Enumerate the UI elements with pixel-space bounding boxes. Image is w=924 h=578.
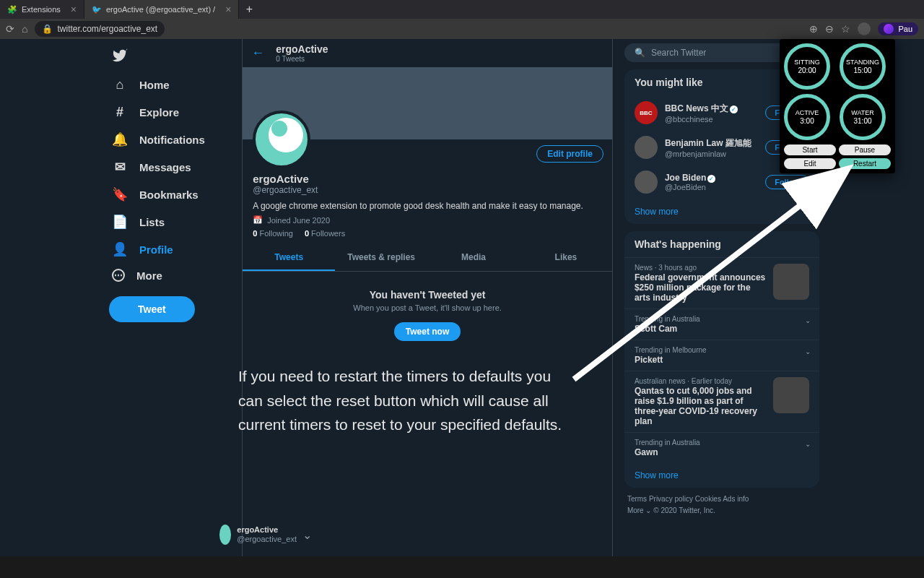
edit-button[interactable]: Edit: [784, 158, 836, 169]
more-icon: ⋯: [112, 269, 125, 282]
trend-row[interactable]: ⌄Trending in AustraliaGawn: [624, 432, 819, 463]
chevron-down-icon[interactable]: ⌄: [805, 440, 811, 448]
account-name: ergoActive: [237, 525, 297, 535]
address-bar[interactable]: 🔒 twitter.com/ergoactive_ext: [35, 21, 165, 37]
restart-button[interactable]: Restart: [839, 158, 891, 169]
sidebar-item-lists[interactable]: 📄Lists: [105, 208, 242, 236]
browser-tabstrip: 🧩 Extensions × 🐦 ergoActive (@ergoactive…: [0, 0, 924, 19]
tab-tweets-replies[interactable]: Tweets & replies: [335, 245, 427, 271]
sidebar-item-notifications[interactable]: 🔔Notifications: [105, 126, 242, 153]
timer-ring-sitting: SITTING20:00: [784, 43, 830, 90]
trend-title: Scott Cam: [635, 324, 809, 334]
tab-label: ergoActive (@ergoactive_ext) /: [106, 5, 215, 14]
browser-tab-twitter[interactable]: 🐦 ergoActive (@ergoactive_ext) / ×: [84, 0, 239, 19]
ring-label: SITTING: [794, 59, 820, 66]
sidebar-item-profile[interactable]: 👤Profile: [105, 236, 242, 263]
user-handle: @JoeBiden: [665, 183, 758, 191]
start-button[interactable]: Start: [784, 144, 836, 155]
trend-thumbnail: [773, 264, 809, 300]
tweet-now-button[interactable]: Tweet now: [394, 322, 461, 341]
ring-label: WATER: [851, 109, 874, 116]
trend-category: Trending in Australia: [635, 439, 809, 447]
trend-title: Gawn: [635, 447, 809, 457]
edit-profile-button[interactable]: Edit profile: [536, 145, 603, 163]
twitter-icon: 🐦: [92, 5, 102, 14]
avatar-icon: [635, 171, 658, 194]
trend-row[interactable]: ⌄Trending in AustraliaScott Cam: [624, 309, 819, 340]
close-icon[interactable]: ×: [71, 4, 77, 15]
nav-label: Home: [139, 79, 170, 91]
timer-ring-active: ACTIVE3:00: [784, 94, 830, 140]
following-link[interactable]: 0 Following: [253, 229, 293, 238]
back-arrow-icon[interactable]: ←: [251, 46, 264, 61]
followers-link[interactable]: 0 Followers: [305, 229, 345, 238]
avatar-icon: [219, 525, 231, 545]
tab-tweets[interactable]: Tweets: [243, 245, 335, 271]
tweet-button[interactable]: Tweet: [109, 296, 195, 322]
extension-badge[interactable]: [858, 22, 871, 35]
trend-category: Trending in Australia: [635, 315, 809, 323]
extension-popup: SITTING20:00 STANDING15:00 ACTIVE3:00 WA…: [780, 39, 895, 173]
new-tab-button[interactable]: +: [239, 0, 259, 19]
footer-line[interactable]: More ⌄ © 2020 Twitter, Inc.: [627, 505, 816, 517]
nav-label: More: [136, 269, 162, 282]
follow-button[interactable]: Follow: [765, 175, 809, 189]
panel-title: What's happening: [624, 231, 819, 257]
chevron-down-icon[interactable]: ⌄: [805, 316, 811, 324]
install-icon[interactable]: ⊕: [809, 23, 818, 35]
search-placeholder: Search Twitter: [651, 48, 706, 58]
account-handle: @ergoactive_ext: [237, 535, 297, 544]
ring-value: 3:00: [800, 117, 814, 125]
nav-label: Explore: [139, 106, 179, 118]
user-name: BBC News 中文✓: [665, 103, 758, 115]
main-column: ← ergoActive 0 Tweets Edit profile ergoA…: [242, 39, 613, 556]
trend-category: Trending in Melbourne: [635, 346, 809, 354]
browser-tab-extensions[interactable]: 🧩 Extensions ×: [0, 0, 84, 19]
sidebar-item-bookmarks[interactable]: 🔖Bookmarks: [105, 181, 242, 208]
envelope-icon: ✉: [112, 159, 128, 175]
ring-value: 31:00: [853, 117, 871, 125]
user-handle: @mrbenjaminlaw: [665, 150, 758, 158]
profile-bio: A google chrome extension to promote goo…: [253, 201, 602, 211]
reload-icon[interactable]: ⟳: [6, 23, 14, 35]
empty-subtitle: When you post a Tweet, it'll show up her…: [260, 303, 595, 312]
footer-links: Terms Privacy policy Cookies Ads info Mo…: [624, 488, 819, 522]
tab-media[interactable]: Media: [427, 245, 520, 271]
joined-date: Joined June 2020: [267, 216, 330, 225]
close-icon[interactable]: ×: [225, 4, 231, 15]
timer-ring-water: WATER31:00: [840, 94, 886, 140]
profile-header: ← ergoActive 0 Tweets: [243, 39, 612, 67]
trend-row[interactable]: Australian news · Earlier todayQantas to…: [624, 371, 819, 432]
sidebar-item-explore[interactable]: #Explore: [105, 98, 242, 126]
show-more-link[interactable]: Show more: [624, 199, 819, 224]
zoom-icon[interactable]: ⊖: [825, 23, 834, 35]
trend-row[interactable]: News · 3 hours agoFederal government ann…: [624, 257, 819, 309]
nav-label: Lists: [139, 216, 165, 228]
account-switcher[interactable]: ergoActive@ergoactive_ext ⌄: [215, 520, 316, 549]
twitter-logo-icon[interactable]: [105, 43, 242, 71]
pause-button[interactable]: Pause: [839, 144, 891, 155]
trend-row[interactable]: ⌄Trending in MelbournePickett: [624, 340, 819, 371]
calendar-icon: 📅: [253, 215, 263, 225]
profile-tabs: Tweets Tweets & replies Media Likes: [243, 245, 612, 272]
timer-ring-standing: STANDING15:00: [840, 43, 886, 90]
profile-avatar[interactable]: [253, 111, 310, 168]
star-icon[interactable]: ☆: [841, 23, 850, 35]
avatar-icon: BBC: [635, 101, 658, 124]
nav-label: Notifications: [139, 134, 205, 146]
search-icon: 🔍: [635, 48, 645, 58]
tab-likes[interactable]: Likes: [520, 245, 612, 271]
bell-icon: 🔔: [112, 131, 128, 147]
show-more-link[interactable]: Show more: [624, 463, 819, 488]
cover-photo[interactable]: [243, 67, 612, 139]
browser-profile[interactable]: Pau: [878, 22, 918, 35]
person-icon: 👤: [112, 241, 128, 257]
puzzle-icon: 🧩: [7, 5, 17, 14]
home-icon[interactable]: ⌂: [22, 23, 27, 35]
sidebar-item-more[interactable]: ⋯More: [105, 263, 242, 288]
ring-value: 15:00: [853, 66, 871, 74]
chevron-down-icon[interactable]: ⌄: [805, 348, 811, 355]
sidebar-item-messages[interactable]: ✉Messages: [105, 153, 242, 181]
footer-line[interactable]: Terms Privacy policy Cookies Ads info: [627, 493, 816, 505]
sidebar-item-home[interactable]: ⌂Home: [105, 71, 242, 98]
